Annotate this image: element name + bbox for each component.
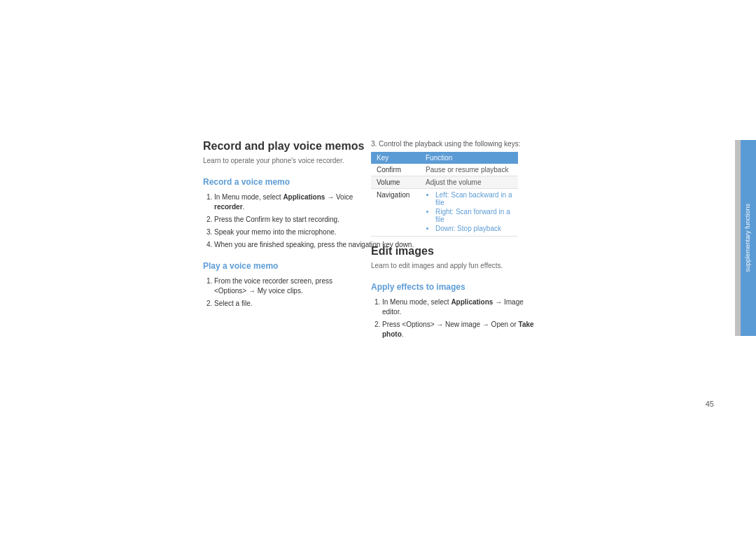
right-content: 3. Control the playback using the follow…	[371, 140, 539, 351]
control-text: 3. Control the playback using the follow…	[371, 140, 539, 148]
table-key-volume: Volume	[371, 176, 420, 189]
table-row-volume: Volume Adjust the volume	[371, 176, 518, 189]
key-function-table: Key Function Confirm Pause or resume pla…	[371, 152, 518, 237]
table-func-volume: Adjust the volume	[420, 176, 518, 189]
edit-images-title: Edit images	[371, 245, 539, 258]
edit-images-subtitle: Learn to edit images and apply fun effec…	[371, 262, 539, 269]
edit-images-section: Edit images Learn to edit images and app…	[371, 245, 539, 339]
table-row-confirm: Confirm Pause or resume playback	[371, 164, 518, 176]
page-container: Record and play voice memos Learn to ope…	[0, 0, 756, 534]
applications-bold: Applications	[283, 193, 325, 201]
page-number: 45	[706, 400, 714, 408]
take-photo-bold: Take photo	[382, 321, 534, 338]
table-key-navigation: Navigation	[371, 189, 420, 237]
gray-bar	[735, 140, 741, 336]
apply-step-2: Press <Options> → New image → Open or Ta…	[382, 320, 539, 339]
apply-step-1: In Menu mode, select Applications → Imag…	[382, 297, 539, 317]
recorder-bold: recorder	[214, 203, 243, 211]
table-key-confirm: Confirm	[371, 164, 420, 176]
nav-bullet-left: Left: Scan backward in a file	[435, 191, 512, 206]
apply-effects-heading: Apply effects to images	[371, 282, 539, 292]
side-tab-text: supplementary functions	[744, 204, 752, 272]
table-func-confirm: Pause or resume playback	[420, 164, 518, 176]
nav-bullet-right: Right: Scan forward in a file	[435, 208, 512, 223]
nav-bullet-down: Down: Stop playback	[435, 225, 512, 232]
table-header-key: Key	[371, 152, 420, 164]
navigation-bullets: Left: Scan backward in a file Right: Sca…	[426, 191, 512, 232]
applications-bold-2: Applications	[451, 298, 493, 306]
side-tab: supplementary functions	[741, 140, 756, 336]
table-header-function: Function	[420, 152, 518, 164]
table-func-navigation: Left: Scan backward in a file Right: Sca…	[420, 189, 518, 237]
apply-steps-list: In Menu mode, select Applications → Imag…	[371, 297, 539, 339]
table-row-navigation: Navigation Left: Scan backward in a file…	[371, 189, 518, 237]
